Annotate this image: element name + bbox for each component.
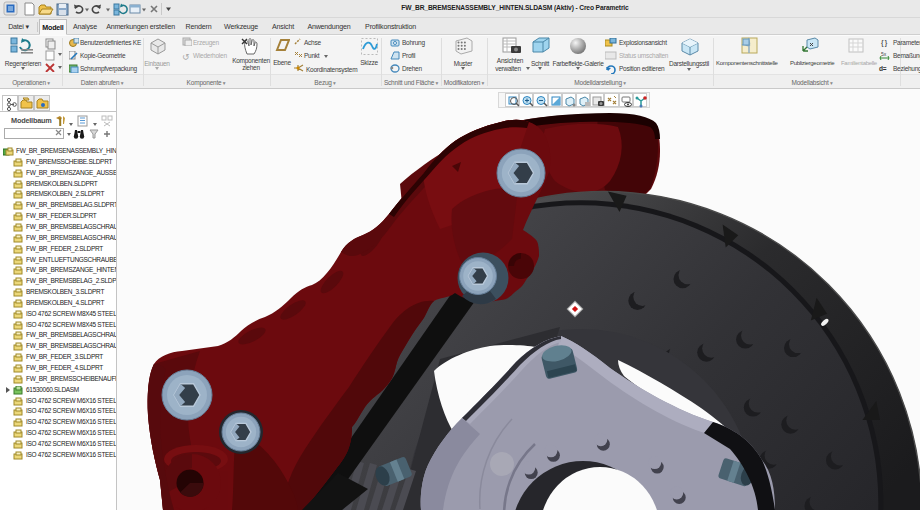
svg-text:5x: 5x <box>881 51 887 57</box>
